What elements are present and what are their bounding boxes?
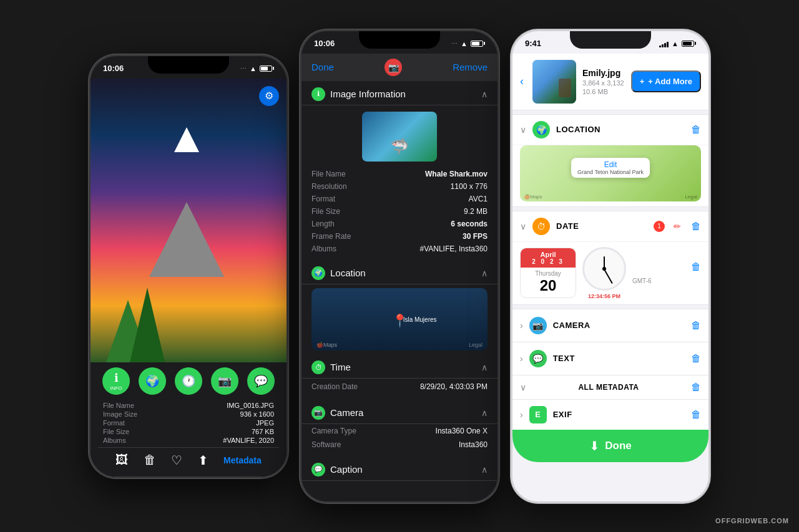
fish-icon: 🦈 — [390, 138, 409, 155]
p2-format-row: Format AVC1 — [301, 193, 498, 205]
dots-icon-1: ··· — [240, 65, 247, 71]
p2-length-value: 6 seconds — [451, 220, 488, 228]
map-edit-sub: Grand Teton National Park — [577, 169, 644, 175]
all-meta-trash[interactable]: 🗑 — [691, 382, 701, 393]
mural-image — [91, 79, 287, 362]
p2-filename-row: File Name Whale Shark.mov — [301, 168, 498, 180]
back-button[interactable]: ‹ — [520, 75, 524, 88]
time-detail: 🗑 GMT-6 — [632, 261, 701, 284]
phone3-content: ‹ Emily.jpg 3,864 x 3,132 10.6 MB + + Ad… — [512, 54, 708, 501]
time-trash-icon[interactable]: 🗑 — [632, 261, 701, 273]
p2-creation-label: Creation Date — [311, 382, 358, 391]
battery-icon-2 — [471, 41, 485, 47]
calendar-header: April 2 0 2 3 — [521, 248, 576, 268]
gear-button[interactable]: ⚙ — [259, 86, 279, 106]
p2-filename-value: Whale Shark.mov — [425, 170, 488, 178]
chevron-up-icon: ∧ — [481, 89, 488, 99]
phone1-content: ⚙ ℹ INFO 🌍 🕐 📷 — [91, 79, 287, 476]
cal-day-num: 20 — [523, 277, 573, 295]
file-thumbnail — [532, 60, 576, 104]
signal-icon — [659, 40, 669, 47]
image-info-title: ℹ Image Information — [311, 87, 406, 101]
p2-filename-label: File Name — [311, 170, 346, 178]
notch-3 — [570, 31, 651, 49]
p2-framerate-label: Frame Rate — [311, 232, 351, 241]
location-chevron-icon: ∧ — [481, 268, 488, 278]
timezone-label: GMT-6 — [632, 278, 701, 284]
exif-row[interactable]: › E EXIF 🗑 — [512, 399, 708, 430]
share-icon[interactable]: ⬆ — [198, 453, 208, 468]
albums-value: #VANLIFE, 2020 — [223, 437, 274, 444]
info-button[interactable]: ℹ INFO — [102, 367, 130, 395]
location-card-header[interactable]: ∨ 🌍 LOCATION 🗑 — [512, 115, 708, 145]
done-text: Done — [605, 440, 632, 452]
p2-software-row: Software Insta360 — [301, 438, 498, 452]
caption-section[interactable]: 💬 Caption ∧ — [301, 457, 498, 481]
status-time-1: 10:06 — [103, 64, 124, 73]
camera-button[interactable]: 📷 — [211, 367, 238, 395]
format-row: Format JPEG — [103, 418, 274, 427]
add-more-button[interactable]: + + Add More — [631, 70, 701, 92]
remove-button-2[interactable]: Remove — [453, 62, 488, 72]
camera-section-icon-3: 📷 — [529, 317, 547, 334]
file-name: Emily.jpg — [582, 68, 625, 78]
done-footer[interactable]: ⬇ Done — [512, 430, 708, 462]
location-map[interactable]: 📍 Isla Mujeres 🍎Maps Legal — [311, 288, 488, 351]
phone2-content: Done 📷 Remove ℹ Image Information ∧ 🦈 — [301, 54, 498, 501]
image-info-section[interactable]: ℹ Image Information ∧ — [301, 81, 498, 105]
phone-3: 9:41 ▲ ‹ — [511, 29, 710, 503]
wifi-icon-1: ▲ — [250, 65, 257, 72]
photo-area[interactable]: ⚙ — [91, 79, 287, 362]
heart-icon[interactable]: ♡ — [171, 453, 182, 468]
bottom-toolbar: ℹ INFO 🌍 🕐 📷 💬 — [91, 362, 287, 476]
all-meta-header[interactable]: ∨ ALL METADATA 🗑 — [512, 375, 708, 399]
camera-collapsed[interactable]: › 📷 CAMERA 🗑 — [512, 309, 708, 342]
location-button[interactable]: 🌍 — [139, 367, 166, 395]
location-section[interactable]: 🌍 Location ∧ — [301, 260, 498, 284]
format-value: JPEG — [256, 419, 274, 427]
albums-row: Albums #VANLIFE, 2020 — [103, 436, 274, 445]
p2-camtype-row: Camera Type Insta360 One X — [301, 424, 498, 438]
trash-icon[interactable]: 🗑 — [144, 453, 156, 467]
map-edit-popup[interactable]: Edit Grand Teton National Park — [571, 158, 650, 178]
photos-icon[interactable]: 🖼 — [115, 453, 128, 467]
caption-icon: 💬 — [254, 374, 268, 388]
text-collapsed[interactable]: › 💬 TEXT 🗑 — [512, 342, 708, 375]
exif-trash-icon[interactable]: 🗑 — [691, 409, 701, 420]
time-section-icon: ⏱ — [311, 360, 325, 374]
camera-section[interactable]: 📷 Camera ∧ — [301, 400, 498, 424]
date-edit-icon[interactable]: ✏ — [674, 221, 681, 231]
phone-1: 10:06 ··· ▲ ⚙ — [89, 54, 288, 478]
location-trash-icon[interactable]: 🗑 — [691, 124, 701, 135]
done-button-2[interactable]: Done — [311, 62, 334, 72]
date-trash-icon[interactable]: 🗑 — [691, 221, 701, 232]
format-label: Format — [103, 419, 125, 427]
p2-albums-label: Albums — [311, 244, 336, 253]
video-thumbnail: 🦈 — [362, 112, 437, 162]
status-time-2: 10:06 — [314, 39, 335, 48]
camera-trash-icon[interactable]: 🗑 — [691, 320, 701, 331]
mural-mountain — [149, 202, 224, 277]
p2-filesize-row: File Size 9.2 MB — [301, 205, 498, 218]
file-dims: 3,864 x 3,132 — [582, 79, 625, 87]
cal-day-name: Thursday — [523, 270, 573, 277]
wifi-icon-3: ▲ — [672, 40, 679, 47]
metadata-button[interactable]: Metadata — [223, 455, 262, 465]
date-card-title: DATE — [556, 221, 647, 231]
info-label: INFO — [110, 385, 122, 391]
text-chevron-right: › — [520, 354, 523, 364]
date-expand-icon: ∨ — [520, 221, 526, 231]
clock-container: 12:34:56 PM — [582, 247, 626, 299]
time-section[interactable]: ⏱ Time ∧ — [301, 354, 498, 379]
location-map-light[interactable]: Edit Grand Teton National Park 🍎Maps Leg… — [520, 145, 701, 201]
text-trash-icon[interactable]: 🗑 — [691, 353, 701, 364]
all-meta-title: ALL METADATA — [526, 383, 691, 392]
time-title: ⏱ Time — [311, 360, 351, 374]
date-card-header[interactable]: ∨ ⏱ DATE 1 ✏ 🗑 — [512, 211, 708, 242]
watermark: OFFGRIDWEB.COM — [715, 517, 789, 525]
caption-button[interactable]: 💬 — [247, 367, 275, 395]
camera-icon: 📷 — [218, 374, 232, 388]
info-section-icon: ℹ — [311, 87, 325, 101]
time-button[interactable]: 🕐 — [175, 367, 202, 395]
done-icon: ⬇ — [589, 438, 600, 453]
